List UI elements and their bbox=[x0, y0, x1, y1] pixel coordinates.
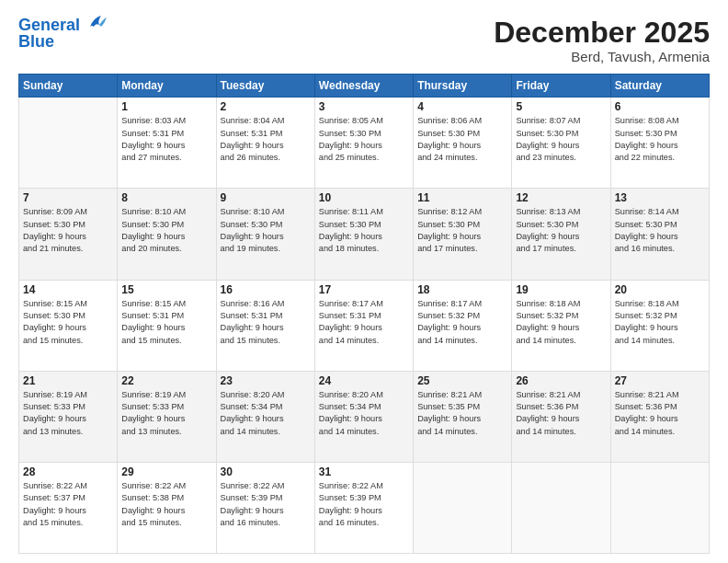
calendar-week-row: 14Sunrise: 8:15 AM Sunset: 5:30 PM Dayli… bbox=[19, 280, 710, 371]
day-info: Sunrise: 8:22 AM Sunset: 5:38 PM Dayligh… bbox=[121, 480, 211, 529]
day-number: 18 bbox=[417, 283, 507, 296]
table-row: 10Sunrise: 8:11 AM Sunset: 5:30 PM Dayli… bbox=[314, 189, 413, 280]
day-info: Sunrise: 8:19 AM Sunset: 5:33 PM Dayligh… bbox=[23, 389, 113, 438]
day-number: 19 bbox=[516, 283, 606, 296]
table-row: 25Sunrise: 8:21 AM Sunset: 5:35 PM Dayli… bbox=[414, 371, 512, 462]
day-number: 12 bbox=[516, 191, 606, 204]
day-info: Sunrise: 8:22 AM Sunset: 5:39 PM Dayligh… bbox=[221, 480, 311, 529]
day-info: Sunrise: 8:15 AM Sunset: 5:31 PM Dayligh… bbox=[121, 298, 211, 347]
day-info: Sunrise: 8:22 AM Sunset: 5:37 PM Dayligh… bbox=[23, 480, 113, 529]
page-title: December 2025 bbox=[494, 17, 710, 49]
calendar-week-row: 21Sunrise: 8:19 AM Sunset: 5:33 PM Dayli… bbox=[19, 371, 710, 462]
day-info: Sunrise: 8:16 AM Sunset: 5:31 PM Dayligh… bbox=[221, 298, 311, 347]
day-number: 2 bbox=[221, 100, 311, 113]
col-friday: Friday bbox=[512, 75, 610, 98]
table-row bbox=[512, 462, 610, 553]
day-number: 31 bbox=[319, 465, 409, 478]
col-wednesday: Wednesday bbox=[314, 75, 413, 98]
day-info: Sunrise: 8:10 AM Sunset: 5:30 PM Dayligh… bbox=[121, 206, 211, 255]
table-row: 19Sunrise: 8:18 AM Sunset: 5:32 PM Dayli… bbox=[512, 280, 610, 371]
title-block: December 2025 Berd, Tavush, Armenia bbox=[494, 17, 710, 64]
header: General Blue December 2025 Berd, Tavush,… bbox=[18, 17, 710, 64]
day-number: 20 bbox=[615, 283, 705, 296]
table-row: 14Sunrise: 8:15 AM Sunset: 5:30 PM Dayli… bbox=[19, 280, 118, 371]
table-row: 2Sunrise: 8:04 AM Sunset: 5:31 PM Daylig… bbox=[216, 98, 314, 189]
col-tuesday: Tuesday bbox=[216, 75, 314, 98]
table-row: 20Sunrise: 8:18 AM Sunset: 5:32 PM Dayli… bbox=[610, 280, 709, 371]
day-number: 10 bbox=[319, 191, 409, 204]
table-row: 7Sunrise: 8:09 AM Sunset: 5:30 PM Daylig… bbox=[19, 189, 118, 280]
day-number: 22 bbox=[121, 374, 211, 387]
table-row: 15Sunrise: 8:15 AM Sunset: 5:31 PM Dayli… bbox=[118, 280, 216, 371]
day-info: Sunrise: 8:18 AM Sunset: 5:32 PM Dayligh… bbox=[516, 298, 606, 347]
day-number: 30 bbox=[221, 465, 311, 478]
day-number: 23 bbox=[221, 374, 311, 387]
table-row: 23Sunrise: 8:20 AM Sunset: 5:34 PM Dayli… bbox=[216, 371, 314, 462]
page-subtitle: Berd, Tavush, Armenia bbox=[494, 49, 710, 64]
day-info: Sunrise: 8:03 AM Sunset: 5:31 PM Dayligh… bbox=[121, 115, 211, 164]
day-number: 15 bbox=[121, 283, 211, 296]
table-row: 3Sunrise: 8:05 AM Sunset: 5:30 PM Daylig… bbox=[314, 98, 413, 189]
day-number: 21 bbox=[23, 374, 113, 387]
day-number: 28 bbox=[23, 465, 113, 478]
day-info: Sunrise: 8:08 AM Sunset: 5:30 PM Dayligh… bbox=[615, 115, 705, 164]
table-row: 30Sunrise: 8:22 AM Sunset: 5:39 PM Dayli… bbox=[216, 462, 314, 553]
day-info: Sunrise: 8:15 AM Sunset: 5:30 PM Dayligh… bbox=[23, 298, 113, 347]
day-number: 11 bbox=[417, 191, 507, 204]
day-number: 17 bbox=[319, 283, 409, 296]
col-monday: Monday bbox=[118, 75, 216, 98]
table-row bbox=[610, 462, 709, 553]
table-row: 27Sunrise: 8:21 AM Sunset: 5:36 PM Dayli… bbox=[610, 371, 709, 462]
day-number: 25 bbox=[417, 374, 507, 387]
day-info: Sunrise: 8:11 AM Sunset: 5:30 PM Dayligh… bbox=[319, 206, 409, 255]
table-row bbox=[414, 462, 512, 553]
day-info: Sunrise: 8:18 AM Sunset: 5:32 PM Dayligh… bbox=[615, 298, 705, 347]
col-saturday: Saturday bbox=[610, 75, 709, 98]
day-number: 7 bbox=[23, 191, 113, 204]
day-info: Sunrise: 8:22 AM Sunset: 5:39 PM Dayligh… bbox=[319, 480, 409, 529]
day-info: Sunrise: 8:21 AM Sunset: 5:36 PM Dayligh… bbox=[615, 389, 705, 438]
table-row: 9Sunrise: 8:10 AM Sunset: 5:30 PM Daylig… bbox=[216, 189, 314, 280]
day-number: 27 bbox=[615, 374, 705, 387]
day-info: Sunrise: 8:20 AM Sunset: 5:34 PM Dayligh… bbox=[221, 389, 311, 438]
table-row: 28Sunrise: 8:22 AM Sunset: 5:37 PM Dayli… bbox=[19, 462, 118, 553]
day-info: Sunrise: 8:19 AM Sunset: 5:33 PM Dayligh… bbox=[121, 389, 211, 438]
logo-bird-icon bbox=[83, 14, 107, 34]
day-info: Sunrise: 8:09 AM Sunset: 5:30 PM Dayligh… bbox=[23, 206, 113, 255]
calendar-table: Sunday Monday Tuesday Wednesday Thursday… bbox=[18, 74, 710, 554]
col-thursday: Thursday bbox=[414, 75, 512, 98]
day-number: 29 bbox=[121, 465, 211, 478]
table-row: 24Sunrise: 8:20 AM Sunset: 5:34 PM Dayli… bbox=[314, 371, 413, 462]
table-row: 16Sunrise: 8:16 AM Sunset: 5:31 PM Dayli… bbox=[216, 280, 314, 371]
day-info: Sunrise: 8:17 AM Sunset: 5:31 PM Dayligh… bbox=[319, 298, 409, 347]
day-number: 8 bbox=[121, 191, 211, 204]
table-row: 21Sunrise: 8:19 AM Sunset: 5:33 PM Dayli… bbox=[19, 371, 118, 462]
logo: General Blue bbox=[18, 17, 107, 50]
day-info: Sunrise: 8:21 AM Sunset: 5:36 PM Dayligh… bbox=[516, 389, 606, 438]
table-row: 31Sunrise: 8:22 AM Sunset: 5:39 PM Dayli… bbox=[314, 462, 413, 553]
table-row: 4Sunrise: 8:06 AM Sunset: 5:30 PM Daylig… bbox=[414, 98, 512, 189]
day-info: Sunrise: 8:21 AM Sunset: 5:35 PM Dayligh… bbox=[417, 389, 507, 438]
table-row: 26Sunrise: 8:21 AM Sunset: 5:36 PM Dayli… bbox=[512, 371, 610, 462]
table-row: 11Sunrise: 8:12 AM Sunset: 5:30 PM Dayli… bbox=[414, 189, 512, 280]
day-info: Sunrise: 8:13 AM Sunset: 5:30 PM Dayligh… bbox=[516, 206, 606, 255]
table-row: 1Sunrise: 8:03 AM Sunset: 5:31 PM Daylig… bbox=[118, 98, 216, 189]
day-number: 5 bbox=[516, 100, 606, 113]
day-info: Sunrise: 8:07 AM Sunset: 5:30 PM Dayligh… bbox=[516, 115, 606, 164]
day-number: 24 bbox=[319, 374, 409, 387]
table-row: 8Sunrise: 8:10 AM Sunset: 5:30 PM Daylig… bbox=[118, 189, 216, 280]
day-info: Sunrise: 8:06 AM Sunset: 5:30 PM Dayligh… bbox=[417, 115, 507, 164]
page: General Blue December 2025 Berd, Tavush,… bbox=[0, 0, 728, 563]
table-row: 13Sunrise: 8:14 AM Sunset: 5:30 PM Dayli… bbox=[610, 189, 709, 280]
table-row: 18Sunrise: 8:17 AM Sunset: 5:32 PM Dayli… bbox=[414, 280, 512, 371]
table-row: 6Sunrise: 8:08 AM Sunset: 5:30 PM Daylig… bbox=[610, 98, 709, 189]
day-info: Sunrise: 8:14 AM Sunset: 5:30 PM Dayligh… bbox=[615, 206, 705, 255]
day-number: 4 bbox=[417, 100, 507, 113]
day-info: Sunrise: 8:12 AM Sunset: 5:30 PM Dayligh… bbox=[417, 206, 507, 255]
day-number: 13 bbox=[615, 191, 705, 204]
day-number: 1 bbox=[121, 100, 211, 113]
table-row: 12Sunrise: 8:13 AM Sunset: 5:30 PM Dayli… bbox=[512, 189, 610, 280]
day-info: Sunrise: 8:10 AM Sunset: 5:30 PM Dayligh… bbox=[221, 206, 311, 255]
calendar-week-row: 1Sunrise: 8:03 AM Sunset: 5:31 PM Daylig… bbox=[19, 98, 710, 189]
day-number: 3 bbox=[319, 100, 409, 113]
